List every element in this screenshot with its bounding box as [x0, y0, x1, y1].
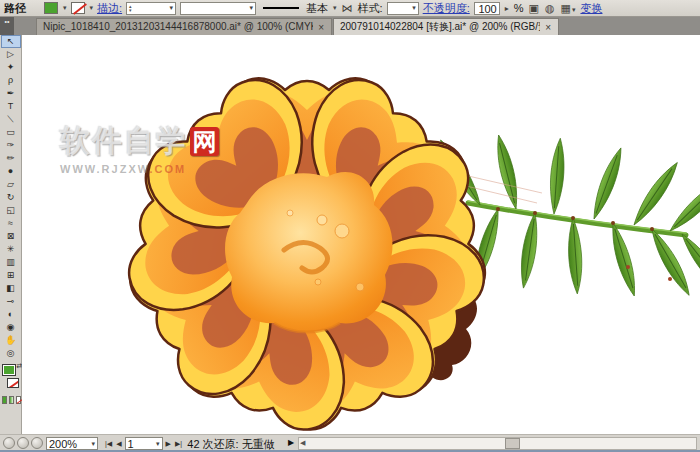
- tool-type-tool[interactable]: T: [1, 100, 21, 113]
- opacity-stepper-icon[interactable]: ▸: [504, 4, 510, 13]
- tool-rotate-tool[interactable]: ↻: [1, 191, 21, 204]
- screen-mode-normal-button[interactable]: [3, 437, 15, 449]
- brush-stroke-preview: [263, 7, 299, 9]
- tool-eraser-tool[interactable]: ▱: [1, 178, 21, 191]
- graphic-style-combo[interactable]: ▾: [387, 2, 419, 15]
- zoom-level-combo[interactable]: 200% ▾: [46, 437, 98, 450]
- graphic-style-dropdown-icon[interactable]: ▾: [412, 4, 416, 12]
- prev-page-button[interactable]: ◀: [115, 440, 122, 448]
- screen-mode-buttons: [3, 437, 43, 449]
- tool-scale-tool[interactable]: ◱: [1, 204, 21, 217]
- page-number-value: 1: [128, 438, 134, 450]
- artboard-navigation: |◀ ◀ 1 ▾ ▶ ▶|: [104, 437, 183, 450]
- zoom-level-value: 200%: [49, 438, 77, 450]
- stroke-weight-stepper-icon[interactable]: ▴▾: [129, 4, 132, 12]
- tool-pencil-tool[interactable]: ✏: [1, 152, 21, 165]
- fill-swatch-large[interactable]: [2, 364, 16, 376]
- scroll-left-icon[interactable]: ◀: [300, 439, 305, 447]
- isolation-mode-icon[interactable]: ▣: [528, 2, 540, 15]
- tool-blob-brush-tool[interactable]: ●: [1, 165, 21, 178]
- tool-lasso-tool[interactable]: ρ: [1, 74, 21, 87]
- tab-close-icon[interactable]: ×: [317, 22, 325, 33]
- brush-definition-dropdown-icon[interactable]: ▾: [333, 4, 337, 12]
- paint-mode-buttons: [0, 394, 21, 404]
- tools-panel: ↖▷✦ρ✒T⟍▭✑✏●▱↻◱≈⊠✳▥⊞◧⊸◐◉✋◎ ⇄: [0, 35, 22, 434]
- fill-stroke-area: ⇄: [0, 362, 22, 394]
- tool-column-graph-tool[interactable]: ▥: [1, 256, 21, 269]
- zoom-dropdown-icon[interactable]: ▾: [91, 440, 95, 448]
- style-options-icon[interactable]: ⋈: [341, 2, 354, 15]
- tool-free-transform-tool[interactable]: ⊠: [1, 230, 21, 243]
- tool-direct-selection-tool[interactable]: ▷: [1, 48, 21, 61]
- tool-pen-tool[interactable]: ✒: [1, 87, 21, 100]
- scrollbar-thumb[interactable]: [505, 438, 520, 449]
- tool-blend-tool[interactable]: ◐: [1, 308, 21, 321]
- tool-gradient-tool[interactable]: ◧: [1, 282, 21, 295]
- tool-symbol-sprayer-tool[interactable]: ✳: [1, 243, 21, 256]
- page-dropdown-icon[interactable]: ▾: [156, 440, 160, 448]
- tool-rectangle-tool[interactable]: ▭: [1, 126, 21, 139]
- tab-overflow-icon[interactable]: ••: [0, 17, 14, 35]
- tool-eyedropper-tool[interactable]: ⊸: [1, 295, 21, 308]
- status-menu-icon[interactable]: ▶: [288, 438, 294, 447]
- stroke-color-swatch[interactable]: [71, 2, 85, 14]
- stroke-swatch-large[interactable]: [7, 378, 19, 388]
- style-label: 样式:: [358, 1, 383, 16]
- stroke-dropdown-icon[interactable]: ▾: [90, 4, 94, 12]
- color-mode-button[interactable]: [2, 396, 7, 404]
- selection-type-label: 路径: [4, 1, 26, 16]
- width-profile-dropdown-icon[interactable]: ▾: [250, 4, 254, 12]
- tool-paintbrush-tool[interactable]: ✑: [1, 139, 21, 152]
- artboard-canvas[interactable]: 软件自学 网 WWW.RJZXW.COM: [22, 35, 700, 434]
- recolor-artwork-icon[interactable]: ◍: [544, 2, 556, 15]
- align-options-icon[interactable]: ▦▾: [560, 2, 577, 15]
- tool-hand-tool[interactable]: ✋: [1, 334, 21, 347]
- tool-live-paint-bucket-tool[interactable]: ◉: [1, 321, 21, 334]
- screen-mode-full-menu-button[interactable]: [17, 437, 29, 449]
- document-tab-active[interactable]: 200791014022804 [转换].ai* @ 200% (RGB/预览)…: [333, 18, 559, 35]
- tool-magic-wand-tool[interactable]: ✦: [1, 61, 21, 74]
- stroke-weight-combo[interactable]: ▴▾ ▾: [126, 2, 176, 15]
- illustrator-window: 路径 ▾ ▾ 描边: ▴▾ ▾ ▾ 基本 ▾ ⋈ 样式: ▾ 不透明度: 100…: [0, 0, 700, 452]
- control-panel: 路径 ▾ ▾ 描边: ▴▾ ▾ ▾ 基本 ▾ ⋈ 样式: ▾ 不透明度: 100…: [0, 0, 700, 17]
- fill-color-swatch[interactable]: [44, 2, 58, 14]
- toolbar-tools: ↖▷✦ρ✒T⟍▭✑✏●▱↻◱≈⊠✳▥⊞◧⊸◐◉✋◎: [0, 35, 21, 360]
- stroke-panel-link[interactable]: 描边:: [97, 1, 122, 16]
- screen-mode-full-button[interactable]: [31, 437, 43, 449]
- page-number-combo[interactable]: 1 ▾: [125, 437, 163, 450]
- tool-warp-tool[interactable]: ≈: [1, 217, 21, 230]
- tool-mesh-tool[interactable]: ⊞: [1, 269, 21, 282]
- tab-title: Nipic_1018410_20131203144416878000.ai* @…: [43, 20, 313, 34]
- fill-dropdown-icon[interactable]: ▾: [63, 4, 67, 12]
- tool-line-segment-tool[interactable]: ⟍: [1, 113, 21, 126]
- document-tab-bar: •• Nipic_1018410_20131203144416878000.ai…: [0, 17, 700, 35]
- tool-selection-tool[interactable]: ↖: [1, 35, 21, 48]
- width-profile-combo[interactable]: ▾: [180, 2, 256, 15]
- document-tab-inactive[interactable]: Nipic_1018410_20131203144416878000.ai* @…: [36, 18, 332, 35]
- tool-zoom-tool[interactable]: ◎: [1, 347, 21, 360]
- opacity-panel-link[interactable]: 不透明度:: [423, 1, 470, 16]
- gradient-mode-button[interactable]: [9, 396, 14, 404]
- first-page-button[interactable]: |◀: [104, 440, 113, 448]
- opacity-unit-label: %: [514, 2, 524, 14]
- opacity-value-input[interactable]: 100: [474, 2, 500, 15]
- stroke-weight-dropdown-icon[interactable]: ▾: [170, 4, 174, 12]
- none-mode-button[interactable]: [16, 396, 21, 404]
- transform-panel-link[interactable]: 变换: [580, 1, 602, 16]
- brush-definition-value[interactable]: 基本: [306, 1, 328, 16]
- tab-close-icon[interactable]: ×: [544, 22, 552, 33]
- horizontal-scrollbar[interactable]: ◀: [298, 437, 697, 450]
- tab-title: 200791014022804 [转换].ai* @ 200% (RGB/预览): [340, 20, 540, 34]
- next-page-button[interactable]: ▶: [165, 440, 172, 448]
- flower-artwork: [22, 35, 700, 434]
